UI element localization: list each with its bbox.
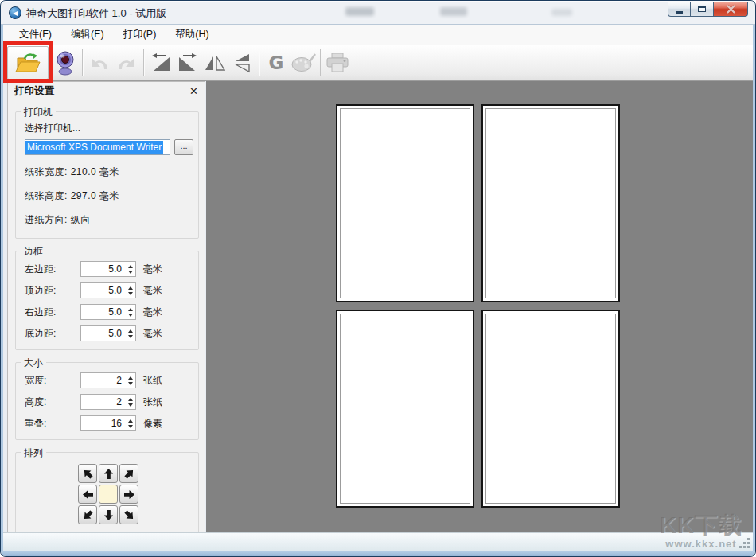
rotate-right-button[interactable] (174, 47, 201, 79)
grayscale-button[interactable]: G (263, 47, 290, 79)
workspace: 打印设置 ✕ 打印机 选择打印机... Microsoft XPS Docume… (3, 81, 753, 532)
preview-area[interactable] (206, 81, 753, 532)
flip-horizontal-button[interactable] (201, 47, 228, 79)
panel-close-icon[interactable]: ✕ (189, 85, 198, 97)
arrange-center-cell[interactable] (99, 485, 118, 504)
preview-page-2 (481, 104, 620, 302)
right-margin-label: 右边距: (25, 306, 80, 319)
rotate-left-icon (150, 53, 172, 73)
bottom-margin-unit: 毫米 (143, 327, 162, 341)
spinner-down-icon[interactable] (128, 314, 133, 317)
webcam-button[interactable] (52, 47, 79, 79)
spinner-up-icon[interactable] (128, 286, 133, 290)
paper-height-line: 纸张高度: 297.0 毫米 (25, 189, 193, 203)
close-button[interactable] (714, 2, 748, 17)
browse-printer-button[interactable]: ... (174, 139, 193, 155)
spinner-up-icon[interactable] (128, 329, 133, 333)
height-row: 高度: 2 张纸 (25, 394, 193, 410)
arrow-up-left-icon (80, 466, 95, 481)
spinner-down-icon[interactable] (128, 403, 133, 407)
height-value: 2 (81, 395, 125, 409)
arrange-right-button[interactable] (119, 485, 138, 504)
watermark: KK下载 www.kkx.net (650, 513, 752, 550)
grayscale-icon: G (269, 53, 284, 73)
spinner-up-icon[interactable] (128, 265, 133, 268)
right-margin-unit: 毫米 (143, 306, 162, 319)
arrange-up-button[interactable] (99, 464, 118, 483)
window-controls (668, 1, 748, 17)
arrange-group: 排列 (15, 452, 199, 533)
spinner-down-icon[interactable] (128, 335, 133, 338)
menu-bar: 文件(F) 编辑(E) 打印(P) 帮助(H) (3, 25, 753, 45)
watermark-title: KK下载 (650, 513, 752, 538)
preview-page-1 (336, 104, 474, 302)
spinner-up-icon[interactable] (128, 398, 133, 401)
top-margin-unit: 毫米 (143, 284, 162, 298)
arrange-up-left-button[interactable] (78, 464, 97, 483)
size-group: 大小 宽度: 2 张纸 高度: 2 张纸 (15, 362, 199, 440)
paper-width-line: 纸张宽度: 210.0 毫米 (25, 166, 193, 179)
left-margin-spinner[interactable]: 5.0 (80, 261, 136, 277)
menu-file[interactable]: 文件(F) (10, 24, 61, 45)
maximize-icon (698, 6, 706, 12)
flip-vertical-button[interactable] (228, 47, 255, 79)
arrange-up-right-button[interactable] (119, 464, 138, 483)
redo-button (113, 47, 140, 79)
bottom-margin-value: 5.0 (81, 326, 125, 341)
paper-width-value: 210.0 (71, 166, 97, 177)
toolbar-separator (82, 49, 83, 76)
width-spinner[interactable]: 2 (80, 372, 136, 388)
right-margin-spinner[interactable]: 5.0 (80, 304, 136, 320)
spinner-down-icon[interactable] (128, 271, 133, 274)
window-title: 神奇大图打印软件 1.0 - 试用版 (26, 6, 166, 21)
paper-height-unit: 毫米 (99, 190, 119, 201)
overlap-value: 16 (81, 416, 125, 430)
title-bar[interactable]: 神奇大图打印软件 1.0 - 试用版 (1, 1, 755, 25)
panel-title: 打印设置 (14, 84, 54, 98)
spinner-down-icon[interactable] (128, 382, 133, 385)
arrange-down-button[interactable] (99, 505, 118, 524)
window-frame-left (1, 25, 3, 551)
overlap-spinner[interactable]: 16 (80, 415, 136, 431)
open-image-button[interactable] (7, 46, 49, 80)
spinner-up-icon[interactable] (128, 308, 133, 311)
top-margin-row: 顶边距: 5.0 毫米 (25, 282, 193, 298)
spinner-up-icon[interactable] (128, 376, 133, 380)
bottom-margin-spinner[interactable]: 5.0 (80, 325, 136, 341)
menu-print[interactable]: 打印(P) (114, 24, 166, 45)
close-icon (726, 5, 736, 14)
feed-direction-value: 纵向 (71, 214, 91, 225)
arrange-group-label: 排列 (21, 446, 46, 460)
maximize-button[interactable] (691, 2, 714, 17)
spinner-up-icon[interactable] (128, 419, 133, 423)
flip-vertical-icon (232, 53, 251, 73)
rotate-left-button[interactable] (147, 47, 174, 79)
printer-name-input[interactable]: Microsoft XPS Document Writer (25, 139, 170, 155)
width-value: 2 (81, 373, 125, 388)
arrange-left-button[interactable] (78, 485, 97, 504)
menu-edit[interactable]: 编辑(E) (61, 24, 114, 45)
bottom-margin-label: 底边距: (25, 327, 80, 341)
top-margin-spinner[interactable]: 5.0 (80, 282, 136, 298)
minimize-button[interactable] (668, 2, 691, 17)
print-settings-panel: 打印设置 ✕ 打印机 选择打印机... Microsoft XPS Docume… (7, 81, 205, 532)
height-spinner[interactable]: 2 (80, 394, 136, 410)
menu-help[interactable]: 帮助(H) (166, 24, 218, 45)
right-margin-value: 5.0 (81, 305, 125, 319)
printer-name-value: Microsoft XPS Document Writer (25, 141, 163, 154)
arrange-down-left-button[interactable] (78, 505, 97, 524)
arrange-down-right-button[interactable] (119, 505, 138, 524)
left-margin-label: 左边距: (25, 263, 80, 276)
titlebar-smudge (345, 7, 374, 16)
overlap-row: 重叠: 16 像素 (25, 415, 193, 431)
printer-group-label: 打印机 (21, 106, 56, 119)
spinner-down-icon[interactable] (128, 292, 133, 295)
webcam-icon (55, 50, 76, 76)
window-frame-bottom (1, 551, 755, 556)
spinner-down-icon[interactable] (128, 425, 133, 428)
height-unit: 张纸 (143, 395, 162, 409)
arrow-down-icon (103, 510, 114, 520)
minimize-icon (676, 11, 683, 14)
width-unit: 张纸 (143, 374, 162, 388)
preview-page-4 (481, 310, 620, 508)
